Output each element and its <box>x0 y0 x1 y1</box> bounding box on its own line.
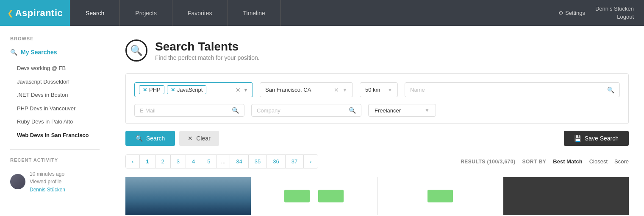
sidebar-item-1[interactable]: Javascript Düsseldorf <box>0 75 110 89</box>
tag-javascript-label: JavaScript <box>177 87 203 93</box>
email-search-icon: 🔍 <box>232 107 239 114</box>
sidebar-item-5[interactable]: Web Devs in San Francisco <box>0 129 110 142</box>
my-searches-icon: 🔍 <box>10 49 17 56</box>
logo[interactable]: ❮ Aspirantic <box>0 0 70 26</box>
recent-activity-item: 10 minutes ago Viewed profile Dennis Stü… <box>0 168 110 196</box>
distance-value: 50 km <box>365 87 385 93</box>
recent-action: Viewed profile <box>30 178 65 185</box>
page-header-text: Search Talents Find the perfect match fo… <box>155 40 260 61</box>
save-search-button[interactable]: 💾 Save Search <box>564 131 629 146</box>
page-header: 🔍 Search Talents Find the perfect match … <box>125 39 629 62</box>
card-bar-1 <box>284 190 310 202</box>
recent-person-link[interactable]: Dennis Stücken <box>30 187 65 193</box>
user-name: Dennis Stücken <box>595 5 634 13</box>
name-search-icon: 🔍 <box>607 87 614 93</box>
page-35[interactable]: 35 <box>249 155 267 168</box>
company-placeholder: Company <box>257 107 345 114</box>
company-search-icon: 🔍 <box>349 107 356 114</box>
location-clear-icon[interactable]: ✕ <box>334 87 339 93</box>
logo-text: Aspirantic <box>15 8 63 19</box>
type-value: Freelancer <box>375 107 421 114</box>
tag-php-remove[interactable]: ✕ <box>143 87 147 93</box>
page-5[interactable]: 5 <box>201 155 217 168</box>
pagination-row: ‹ 1 2 3 4 5 ... 34 35 36 37 › RESULTS (1… <box>125 154 629 168</box>
distance-dropdown-icon: ▼ <box>388 87 392 93</box>
tag-javascript-remove[interactable]: ✕ <box>171 87 175 93</box>
user-menu[interactable]: Dennis Stücken Logout <box>595 5 634 20</box>
topnav-items: Search Projects Favorites Timeline <box>70 0 558 26</box>
card-bar-3 <box>427 190 453 202</box>
logo-chevron: ❮ <box>7 8 14 18</box>
page-next[interactable]: › <box>304 155 317 168</box>
page-3[interactable]: 3 <box>171 155 186 168</box>
type-select[interactable]: Freelancer ▼ <box>368 104 436 117</box>
pagination: ‹ 1 2 3 4 5 ... 34 35 36 37 › <box>125 154 318 168</box>
my-searches-label: My Searches <box>21 49 57 56</box>
topnav-favorites[interactable]: Favorites <box>172 0 228 26</box>
sidebar-item-2[interactable]: .NET Devs in Boston <box>0 88 110 102</box>
sidebar: BROWSE 🔍 My Searches Devs working @ FB J… <box>0 26 110 216</box>
clear-button[interactable]: ✕ Clear <box>179 131 219 146</box>
company-input[interactable]: Company 🔍 <box>251 104 361 117</box>
topnav-timeline[interactable]: Timeline <box>228 0 281 26</box>
settings-link[interactable]: ⚙ Settings <box>558 10 585 16</box>
type-dropdown-icon: ▼ <box>425 107 430 113</box>
avatar-image <box>10 174 25 189</box>
results-grid <box>125 177 629 215</box>
page-4[interactable]: 4 <box>186 155 201 168</box>
tags-clear-icon[interactable]: ✕ <box>236 87 241 93</box>
location-dropdown-icon[interactable]: ▼ <box>342 87 347 93</box>
page-title: Search Talents <box>155 40 260 53</box>
action-left: 🔍 Search ✕ Clear <box>125 131 219 146</box>
sort-row: RESULTS (100/3,670) SORT BY Best Match C… <box>461 158 629 165</box>
result-card-4[interactable] <box>503 177 629 215</box>
sort-score[interactable]: Score <box>614 158 629 165</box>
result-card-1[interactable] <box>125 177 251 215</box>
result-card-3[interactable] <box>378 177 503 215</box>
topnav-search[interactable]: Search <box>70 0 120 26</box>
distance-select[interactable]: 50 km ▼ <box>360 82 398 97</box>
tag-controls: ✕ ▼ <box>236 87 248 93</box>
sidebar-divider <box>10 149 100 150</box>
page-prev[interactable]: ‹ <box>126 155 140 168</box>
save-button-label: Save Search <box>585 135 619 142</box>
search-button[interactable]: 🔍 Search <box>125 131 175 146</box>
clear-button-label: Clear <box>196 135 210 142</box>
location-value: San Francisco, CA <box>265 87 330 93</box>
tags-input[interactable]: ✕ PHP ✕ JavaScript ✕ ▼ <box>134 82 253 97</box>
sidebar-item-0[interactable]: Devs working @ FB <box>0 62 110 75</box>
location-input[interactable]: San Francisco, CA ✕ ▼ <box>260 82 353 97</box>
my-searches-link[interactable]: 🔍 My Searches <box>0 46 110 58</box>
topnav-projects[interactable]: Projects <box>120 0 172 26</box>
card-bar-2 <box>318 190 344 202</box>
search-button-icon: 🔍 <box>136 135 143 142</box>
sidebar-item-3[interactable]: PHP Devs in Vancouver <box>0 102 110 115</box>
sidebar-item-4[interactable]: Ruby Devs in Palo Alto <box>0 115 110 129</box>
page-34[interactable]: 34 <box>230 155 248 168</box>
page-1[interactable]: 1 <box>140 155 155 168</box>
tags-dropdown-icon[interactable]: ▼ <box>243 87 248 93</box>
topnav-right: ⚙ Settings Dennis Stücken Logout <box>558 5 644 20</box>
tag-javascript: ✕ JavaScript <box>167 85 207 94</box>
sort-best-match[interactable]: Best Match <box>553 158 582 165</box>
email-placeholder: E-Mail <box>140 107 228 114</box>
filter-row-1: ✕ PHP ✕ JavaScript ✕ ▼ San Francisco, CA <box>134 82 620 97</box>
result-card-2[interactable] <box>251 177 377 215</box>
content: 🔍 Search Talents Find the perfect match … <box>110 26 644 216</box>
recent-title: RECENT ACTIVITY <box>0 157 110 163</box>
sort-closest[interactable]: Closest <box>589 158 608 165</box>
tag-php: ✕ PHP <box>139 85 164 94</box>
page-36[interactable]: 36 <box>267 155 285 168</box>
page-37[interactable]: 37 <box>286 155 304 168</box>
tag-php-label: PHP <box>149 87 161 93</box>
recent-time: 10 minutes ago <box>30 170 65 178</box>
page-2[interactable]: 2 <box>155 155 171 168</box>
filter-row-2: E-Mail 🔍 Company 🔍 Freelancer ▼ <box>134 104 620 117</box>
email-input[interactable]: E-Mail 🔍 <box>134 104 244 117</box>
browse-title: BROWSE <box>0 36 110 41</box>
clear-button-icon: ✕ <box>188 135 193 142</box>
avatar <box>10 174 25 189</box>
logout-link[interactable]: Logout <box>595 13 634 21</box>
name-input[interactable]: Name 🔍 <box>405 82 620 97</box>
sort-label: SORT BY <box>522 159 546 165</box>
